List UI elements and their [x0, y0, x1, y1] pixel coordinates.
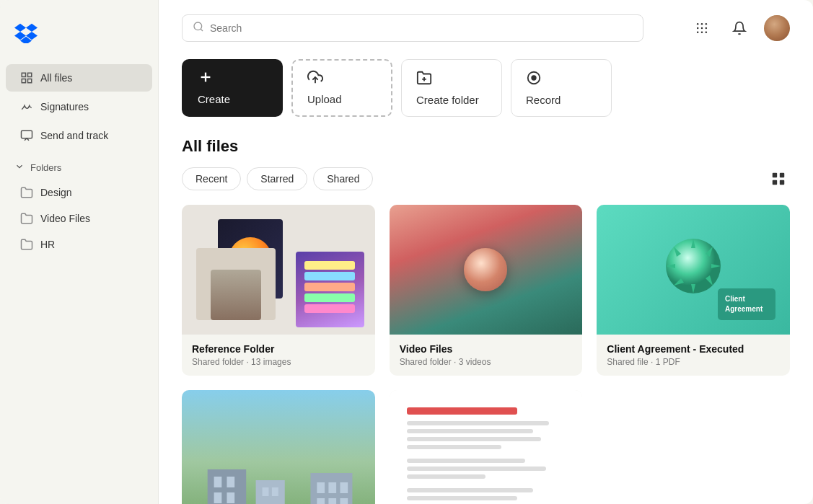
file-card-document[interactable] [390, 390, 583, 504]
notifications-button[interactable] [726, 15, 752, 41]
svg-rect-1 [28, 73, 32, 76]
svg-point-7 [697, 23, 699, 25]
thumb-doc [390, 390, 583, 504]
building-svg [182, 462, 375, 504]
apps-grid-button[interactable] [689, 15, 715, 41]
all-files-icon [20, 71, 33, 84]
svg-rect-37 [214, 477, 222, 487]
folder-video-files[interactable]: Video Files [6, 206, 152, 231]
svg-rect-50 [340, 498, 348, 504]
svg-rect-26 [780, 180, 784, 185]
filter-tab-recent[interactable]: Recent [182, 167, 241, 190]
upload-button[interactable]: Upload [291, 59, 392, 117]
sidebar-item-all-files-label: All files [40, 72, 72, 84]
svg-rect-46 [328, 482, 336, 493]
svg-rect-48 [317, 498, 325, 504]
create-button[interactable]: Create [182, 59, 283, 117]
filter-tab-shared[interactable]: Shared [313, 167, 373, 190]
svg-rect-24 [780, 173, 784, 177]
thumb-outdoor [182, 390, 375, 504]
thumb-reference [182, 205, 375, 335]
sidebar-item-all-files[interactable]: All files [6, 64, 152, 92]
svg-rect-49 [328, 498, 336, 504]
svg-point-15 [706, 32, 708, 34]
folder-plus-icon [416, 70, 432, 89]
spiky-ball-svg [661, 234, 726, 306]
file-card-info: Reference Folder Shared folder · 13 imag… [182, 335, 375, 376]
svg-point-12 [706, 27, 708, 30]
upload-icon [307, 69, 323, 89]
client-doc-overlay: Client Agreement [718, 288, 775, 320]
search-icon [193, 21, 204, 35]
svg-rect-41 [256, 480, 285, 504]
filter-tab-starred[interactable]: Starred [247, 167, 307, 190]
file-card-reference-folder[interactable]: Reference Folder Shared folder · 13 imag… [182, 205, 375, 376]
filter-tabs-group: Recent Starred Shared [182, 167, 373, 190]
svg-line-6 [201, 29, 203, 31]
folders-header[interactable]: Folders [0, 150, 158, 180]
svg-rect-4 [22, 131, 32, 138]
main-content: Create Upload Create folder [159, 0, 813, 504]
file-card-info: Client Agreement - Executed Shared file … [597, 335, 790, 376]
folder-hr-label: HR [40, 239, 55, 250]
svg-rect-0 [22, 73, 25, 76]
chevron-down-icon [14, 162, 25, 174]
grid-view-toggle[interactable] [767, 167, 790, 190]
svg-rect-3 [28, 79, 32, 83]
ref-img-mid [196, 248, 276, 320]
sidebar-item-send-and-track[interactable]: Send and track [6, 122, 152, 149]
file-card-meta: Shared folder · 13 images [192, 357, 365, 367]
svg-point-10 [697, 27, 699, 30]
svg-point-8 [701, 23, 703, 25]
sphere-decoration [464, 248, 507, 291]
svg-point-5 [194, 22, 202, 30]
upload-button-label: Upload [307, 93, 342, 105]
svg-point-11 [701, 27, 703, 30]
file-card-meta: Shared file · 1 PDF [607, 357, 780, 367]
sidebar-item-send-and-track-label: Send and track [40, 130, 108, 141]
topbar [182, 14, 790, 42]
svg-rect-2 [22, 79, 25, 83]
file-card-name: Reference Folder [192, 343, 365, 355]
folder-design[interactable]: Design [6, 180, 152, 205]
file-card-info: Video Files Shared folder · 3 videos [390, 335, 583, 376]
doc-lines [401, 402, 571, 504]
folder-icon [20, 212, 33, 225]
thumb-client: Client Agreement [597, 205, 790, 335]
folder-hr[interactable]: HR [6, 232, 152, 257]
svg-rect-39 [214, 492, 222, 503]
folder-icon [20, 186, 33, 199]
svg-point-21 [532, 76, 536, 80]
create-button-label: Create [198, 93, 230, 105]
svg-rect-25 [773, 180, 777, 185]
plus-icon [198, 69, 214, 89]
search-bar[interactable] [182, 14, 643, 42]
record-icon [526, 70, 542, 89]
file-card-video-files[interactable]: Video Files Shared folder · 3 videos [390, 205, 583, 376]
ref-img-front [296, 252, 364, 327]
file-card-client-agreement[interactable]: Client Agreement Client Agreement - Exec… [597, 205, 790, 376]
svg-point-13 [697, 32, 699, 34]
svg-rect-42 [263, 487, 269, 496]
create-folder-button-label: Create folder [416, 94, 479, 106]
file-card-outdoor[interactable] [182, 390, 375, 504]
send-track-icon [20, 129, 33, 142]
folder-video-files-label: Video Files [40, 213, 90, 224]
file-card-name: Video Files [400, 343, 573, 355]
record-button[interactable]: Record [511, 59, 612, 117]
svg-rect-40 [227, 492, 234, 503]
folder-design-label: Design [40, 187, 72, 198]
filter-tabs: Recent Starred Shared [182, 167, 790, 190]
svg-rect-47 [340, 482, 348, 493]
file-card-meta: Shared folder · 3 videos [400, 357, 573, 367]
search-input[interactable] [210, 22, 633, 34]
topbar-icons [689, 15, 790, 41]
svg-rect-38 [227, 477, 234, 487]
user-avatar[interactable] [764, 15, 790, 41]
folders-label: Folders [30, 162, 61, 173]
create-folder-button[interactable]: Create folder [401, 59, 502, 117]
sidebar-item-signatures[interactable]: Signatures [6, 93, 152, 120]
sidebar-item-signatures-label: Signatures [40, 101, 89, 112]
dropbox-logo[interactable] [0, 14, 158, 63]
client-doc-text: Client Agreement [725, 294, 768, 314]
